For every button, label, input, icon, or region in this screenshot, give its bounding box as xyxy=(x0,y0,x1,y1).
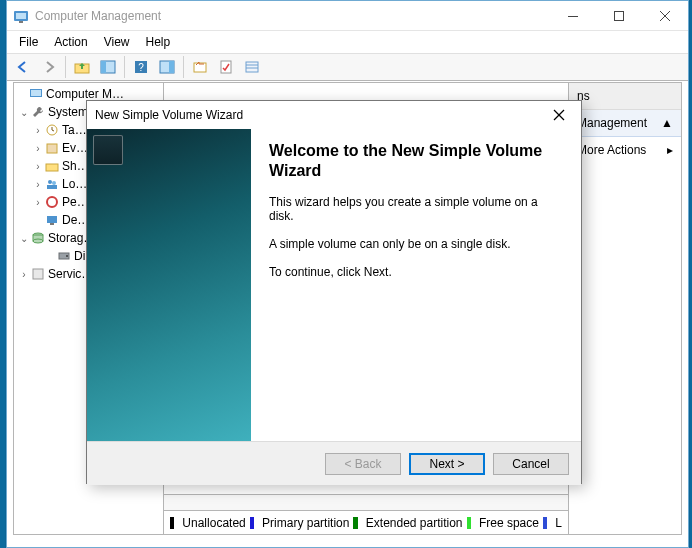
folder-share-icon xyxy=(44,158,60,174)
wizard-sidebar-image xyxy=(87,129,251,441)
users-icon xyxy=(44,176,60,192)
svg-text:?: ? xyxy=(138,62,144,73)
wrench-icon xyxy=(30,104,46,120)
performance-icon xyxy=(44,194,60,210)
toolbar: ? xyxy=(7,53,688,81)
svg-rect-13 xyxy=(169,61,174,73)
menu-action[interactable]: Action xyxy=(46,33,95,51)
next-button[interactable]: Next > xyxy=(409,453,485,475)
svg-rect-3 xyxy=(568,16,578,17)
wizard-text-3: To continue, click Next. xyxy=(269,265,563,279)
refresh-icon[interactable] xyxy=(188,55,212,79)
legend: Unallocated Primary partition Extended p… xyxy=(164,510,568,534)
menubar: File Action View Help xyxy=(7,31,688,53)
legend-extended: Extended partition xyxy=(366,516,463,530)
legend-primary: Primary partition xyxy=(262,516,349,530)
swatch-free xyxy=(467,517,471,529)
expander-closed-icon[interactable]: › xyxy=(32,161,44,172)
svg-point-27 xyxy=(47,197,57,207)
svg-rect-9 xyxy=(101,61,106,73)
cancel-button[interactable]: Cancel xyxy=(493,453,569,475)
svg-rect-35 xyxy=(33,269,43,279)
help-icon[interactable]: ? xyxy=(129,55,153,79)
legend-area: Unallocated Primary partition Extended p… xyxy=(164,494,568,534)
window-buttons xyxy=(550,1,688,30)
svg-rect-15 xyxy=(221,61,231,73)
minimize-button[interactable] xyxy=(550,1,596,30)
dialog-footer: < Back Next > Cancel xyxy=(87,441,581,485)
legend-logical: L xyxy=(555,516,562,530)
actions-management[interactable]: Management ▲ xyxy=(569,110,681,137)
computer-icon xyxy=(28,86,44,102)
dialog-body: Welcome to the New Simple Volume Wizard … xyxy=(87,129,581,441)
svg-rect-1 xyxy=(16,13,26,19)
expander-open-icon[interactable]: ⌄ xyxy=(18,233,30,244)
titlebar: Computer Management xyxy=(7,1,688,31)
wizard-dialog: New Simple Volume Wizard Welcome to the … xyxy=(86,100,582,484)
separator-icon xyxy=(65,56,66,78)
expander-closed-icon[interactable]: › xyxy=(32,143,44,154)
expander-closed-icon[interactable]: › xyxy=(32,125,44,136)
actions-management-label: Management xyxy=(577,116,647,130)
swatch-primary xyxy=(250,517,254,529)
svg-rect-20 xyxy=(31,90,41,96)
close-button[interactable] xyxy=(642,1,688,30)
services-icon xyxy=(30,266,46,282)
legend-free: Free space xyxy=(479,516,539,530)
separator-icon xyxy=(124,56,125,78)
svg-rect-22 xyxy=(47,144,57,153)
expander-closed-icon[interactable]: › xyxy=(32,179,44,190)
swatch-extended xyxy=(353,517,357,529)
list-view-icon[interactable] xyxy=(240,55,264,79)
event-icon xyxy=(44,140,60,156)
collapse-up-icon: ▲ xyxy=(661,116,673,130)
svg-rect-23 xyxy=(46,164,58,171)
swatch-logical xyxy=(543,517,547,529)
show-hide-tree-icon[interactable] xyxy=(96,55,120,79)
device-icon xyxy=(44,212,60,228)
svg-point-25 xyxy=(52,181,56,185)
wizard-text-1: This wizard helps you create a simple vo… xyxy=(269,195,563,223)
forward-icon[interactable] xyxy=(37,55,61,79)
menu-help[interactable]: Help xyxy=(138,33,179,51)
dialog-titlebar: New Simple Volume Wizard xyxy=(87,101,581,129)
expander-closed-icon[interactable]: › xyxy=(18,269,30,280)
svg-rect-16 xyxy=(246,62,258,72)
window-title: Computer Management xyxy=(35,9,550,23)
submenu-arrow-icon: ▸ xyxy=(667,143,673,157)
svg-point-32 xyxy=(33,239,43,243)
expander-open-icon[interactable]: ⌄ xyxy=(18,107,30,118)
dialog-content: Welcome to the New Simple Volume Wizard … xyxy=(251,129,581,441)
svg-rect-28 xyxy=(47,216,57,223)
separator-icon xyxy=(183,56,184,78)
dialog-close-button[interactable] xyxy=(545,101,573,129)
back-button: < Back xyxy=(325,453,401,475)
menu-file[interactable]: File xyxy=(11,33,46,51)
app-icon xyxy=(13,8,29,24)
svg-rect-2 xyxy=(19,21,23,23)
svg-point-34 xyxy=(66,255,68,257)
swatch-unallocated xyxy=(170,517,174,529)
action-pane-icon[interactable] xyxy=(155,55,179,79)
actions-more-label: More Actions xyxy=(577,143,646,157)
actions-more[interactable]: More Actions ▸ xyxy=(569,137,681,163)
properties-icon[interactable] xyxy=(214,55,238,79)
storage-icon xyxy=(30,230,46,246)
clock-icon xyxy=(44,122,60,138)
legend-unallocated: Unallocated xyxy=(182,516,245,530)
wizard-heading: Welcome to the New Simple Volume Wizard xyxy=(269,141,563,181)
wizard-text-2: A simple volume can only be on a single … xyxy=(269,237,563,251)
maximize-button[interactable] xyxy=(596,1,642,30)
svg-rect-4 xyxy=(615,11,624,20)
svg-rect-26 xyxy=(47,185,57,189)
ruler xyxy=(164,494,568,510)
svg-rect-29 xyxy=(50,223,54,225)
menu-view[interactable]: View xyxy=(96,33,138,51)
dialog-title: New Simple Volume Wizard xyxy=(95,108,545,122)
disk-icon xyxy=(56,248,72,264)
actions-header: ns xyxy=(569,83,681,110)
expander-closed-icon[interactable]: › xyxy=(32,197,44,208)
up-folder-icon[interactable] xyxy=(70,55,94,79)
back-icon[interactable] xyxy=(11,55,35,79)
svg-point-24 xyxy=(48,180,52,184)
